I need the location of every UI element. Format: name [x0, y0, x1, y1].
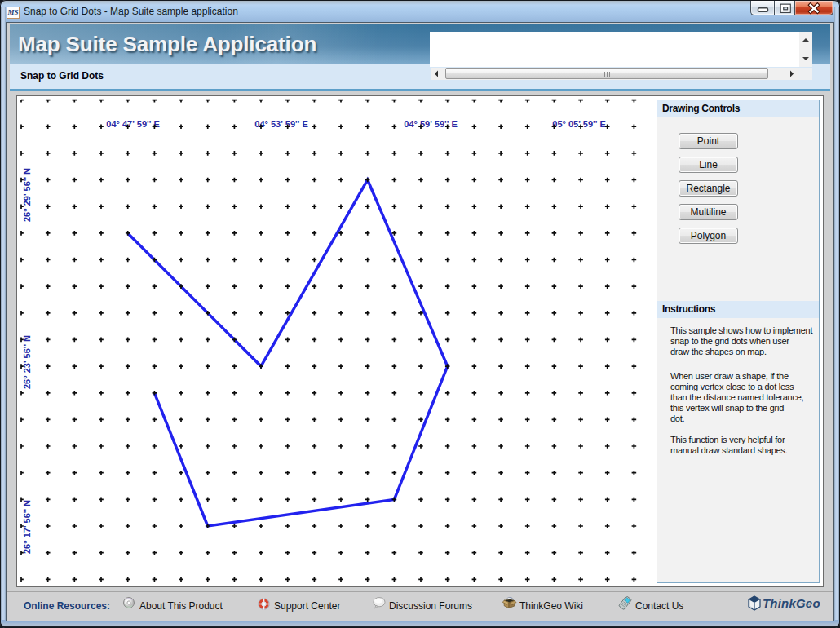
svg-text:26° 23' 56'' N: 26° 23' 56'' N: [22, 335, 32, 389]
svg-text:04° 59' 59'' E: 04° 59' 59'' E: [404, 119, 457, 129]
svg-text:04° 53' 59'' E: 04° 53' 59'' E: [254, 119, 307, 129]
svg-text:04° 47' 59'' E: 04° 47' 59'' E: [106, 119, 159, 129]
svg-text:05° 05' 59'' E: 05° 05' 59'' E: [552, 119, 605, 129]
svg-text:26° 17' 56'' N: 26° 17' 56'' N: [22, 500, 32, 554]
svg-text:26° 29' 56'' N: 26° 29' 56'' N: [22, 168, 32, 222]
